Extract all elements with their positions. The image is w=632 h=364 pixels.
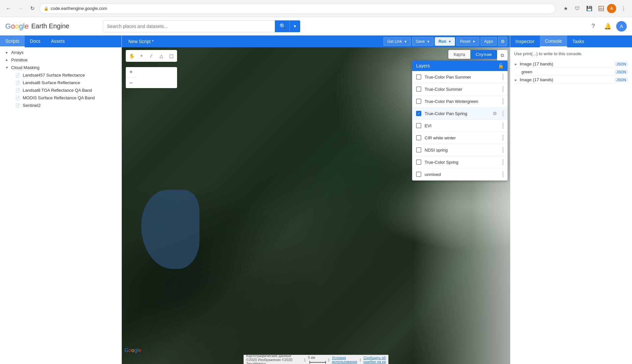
bookmark-button[interactable]: ★ [561,4,570,13]
map-expand-area: ⧉ [497,50,508,61]
get-link-button[interactable]: Get Link ▼ [383,37,411,46]
map-type-satellite[interactable]: Спутник [470,50,497,59]
arrow-icon: ▼ [5,66,10,69]
opacity-bar[interactable] [502,159,504,165]
layer-checkbox[interactable] [416,74,421,80]
search-button[interactable]: 🔍 [275,20,291,32]
save-page-button[interactable]: 💾 [585,4,594,13]
search-input[interactable] [103,20,275,32]
layer-checkbox[interactable] [416,99,421,104]
map-google-logo: Google [124,348,142,353]
console-tag: JSON [615,62,628,66]
tree-item-landsat8-surface[interactable]: 📄 Landsat8 Surface Reflectance [0,79,121,86]
layer-item-tcp-spring[interactable]: ✓ True-Color Pan Spring ⚙ [412,108,508,120]
layer-checkbox[interactable] [416,135,421,140]
layer-checkbox[interactable] [416,86,421,92]
opacity-bar[interactable] [502,74,504,80]
opacity-bar[interactable] [502,134,504,141]
tree-item-landsat457[interactable]: 📄 Landsat457 Surface Reflectance [0,71,121,79]
run-button[interactable]: Run ▼ [435,37,455,46]
layer-checkbox-checked[interactable]: ✓ [416,111,421,116]
tab-tasks[interactable]: Tasks [567,36,590,47]
layer-checkbox[interactable] [416,147,421,153]
zoom-out-button[interactable]: − [126,78,136,88]
opacity-bar[interactable] [502,171,504,178]
map-container[interactable]: ✋ ⚬ ∕ △ ▢ + − Карта Спутник ⧉ Layers 🔓 T… [122,47,510,364]
console-arrow-icon: ► [514,78,518,82]
lock-icon[interactable]: 🔓 [498,63,504,68]
layer-name: True-Color Summer [425,87,499,92]
google-logo: Google [5,22,29,31]
layer-item-tc-summer[interactable]: True-Color Summer [412,83,508,95]
menu-button[interactable]: ⋮ [619,4,628,13]
layer-item-evi[interactable]: EVI [412,120,508,132]
layer-item-unmixed[interactable]: unmixed [412,168,508,181]
map-tool-rectangle[interactable]: ▢ [167,51,176,61]
console-item-2[interactable]: green JSON [514,68,628,76]
layer-name: True-Color Pan Spring [425,111,489,116]
reset-button[interactable]: Reset ▼ [456,37,479,46]
tab-inspector[interactable]: Inspector [510,36,540,47]
settings-button[interactable]: ⚙ [498,37,507,46]
search-area: 🔍 ▼ [103,20,300,32]
map-tool-hand[interactable]: ✋ [127,51,136,61]
file-icon: 📄 [15,73,20,78]
extensions-area: 🪟 A [596,4,616,13]
opacity-bar[interactable] [502,86,504,92]
tree-label: MODIS Surface Reflectance QA Band [23,95,95,100]
tree-item-primitive[interactable]: ► Primitive [0,56,121,64]
left-panel: Scripts Docs Assets ► Arrays ► Primitive… [0,36,122,364]
tree-item-landsat8-toa[interactable]: 📄 Landsat8 TOA Reflectance QA Band [0,86,121,94]
refresh-button[interactable]: ↻ [28,4,37,13]
layer-checkbox[interactable] [416,159,421,165]
tree-item-modis[interactable]: 📄 MODIS Surface Reflectance QA Band [0,94,121,102]
layer-item-ndsi-spring[interactable]: NDSI spring [412,144,508,156]
layer-name: True-Color Spring [425,160,499,165]
layer-settings-icon[interactable]: ⚙ [493,111,497,116]
layer-checkbox[interactable] [416,172,421,177]
tree-item-arrays[interactable]: ► Arrays [0,49,121,56]
opacity-bar[interactable] [502,122,504,129]
opacity-bar[interactable] [502,147,504,153]
layer-checkbox[interactable] [416,123,421,128]
console-tag: JSON [615,78,628,82]
notifications-button[interactable]: 🔔 [602,20,614,32]
layer-item-tcp-summer[interactable]: True-Color Pan Summer [412,71,508,83]
apps-label: Apps [484,39,493,44]
extension-btn-1[interactable]: 🪟 [596,4,606,13]
save-button[interactable]: Save ▼ [412,37,434,46]
search-dropdown-button[interactable]: ▼ [289,20,300,32]
forward-button[interactable]: → [16,4,25,13]
layer-item-tc-spring[interactable]: True-Color Spring [412,156,508,168]
apps-button[interactable]: Apps [481,37,497,46]
save-caret: ▼ [427,40,430,43]
help-button[interactable]: ? [587,20,599,32]
tab-scripts[interactable]: Scripts [0,36,25,47]
map-terms[interactable]: Условия использования [332,356,357,364]
script-title: New Script * [124,39,382,44]
console-item-1[interactable]: ► Image (17 bands) JSON [514,60,628,68]
layer-item-tcp-wintergreen[interactable]: True-Color Pan Wintergreen [412,95,508,108]
map-tool-line[interactable]: ∕ [147,51,156,61]
file-icon: 📄 [15,88,20,93]
map-tool-polygon[interactable]: △ [157,51,166,61]
tab-assets[interactable]: Assets [46,36,70,47]
user-avatar[interactable]: A [616,21,627,32]
tab-docs[interactable]: Docs [25,36,46,47]
console-item-3[interactable]: ► Image (17 bands) JSON [514,76,628,84]
address-bar[interactable]: 🔒 code.earthengine.google.com [40,3,556,14]
tree-item-sentinel2[interactable]: 📄 Sentinel2 [0,102,121,109]
tree-item-cloud-masking[interactable]: ▼ Cloud Masking [0,64,121,71]
shield-button[interactable]: 🛡 [573,4,582,13]
map-type-map[interactable]: Карта [448,50,470,59]
opacity-bar[interactable] [502,98,504,105]
browser-user-avatar[interactable]: A [607,4,616,13]
opacity-bar[interactable] [502,110,504,117]
back-button[interactable]: ← [4,4,13,13]
zoom-in-button[interactable]: + [126,67,136,78]
tab-console[interactable]: Console [540,36,567,47]
map-expand-button[interactable]: ⧉ [497,50,508,61]
layer-item-cir-winter[interactable]: CIR white winter [412,132,508,144]
map-error-report[interactable]: Сообщить об ошибке на ка [363,356,386,364]
map-tool-point[interactable]: ⚬ [137,51,146,61]
